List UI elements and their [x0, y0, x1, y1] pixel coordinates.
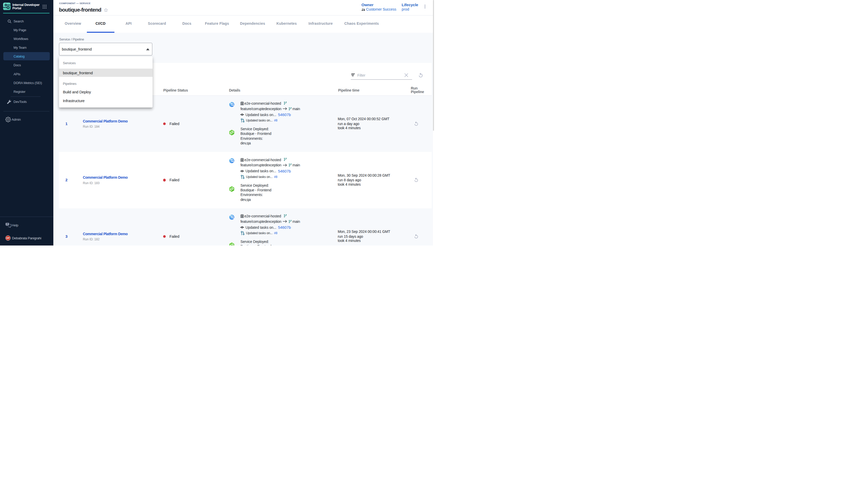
- svg-text:?: ?: [7, 223, 8, 225]
